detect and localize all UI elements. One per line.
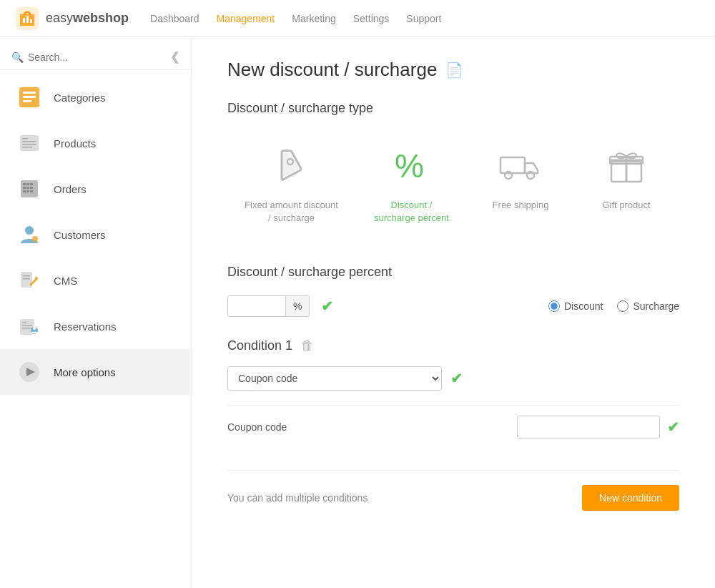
svg-point-24 (32, 236, 38, 242)
type-card-fixed[interactable]: Fixed amount discount / surcharge (227, 132, 355, 239)
svg-rect-14 (23, 183, 26, 185)
svg-point-29 (35, 277, 38, 280)
bottom-row: You can add multiple conditions New cond… (227, 470, 679, 511)
sidebar-item-more-options-label: More options (54, 366, 116, 378)
sidebar-item-reservations-label: Reservations (54, 320, 117, 333)
logo-text: easywebshop (46, 11, 129, 26)
condition-type-select[interactable]: Coupon code Minimum order amount Custome… (227, 366, 442, 391)
nav-dashboard[interactable]: Dashboard (150, 10, 199, 27)
sidebar-item-products-label: Products (54, 137, 96, 150)
radio-surcharge-input[interactable] (617, 300, 628, 312)
radio-surcharge-label: Surcharge (633, 300, 679, 312)
percent-label: Discount / surcharge percent (373, 199, 450, 225)
svg-point-23 (25, 226, 34, 235)
svg-rect-12 (22, 147, 32, 148)
svg-rect-18 (26, 187, 29, 189)
document-icon: 📄 (445, 62, 463, 79)
percent-input-wrapper: 20 % (227, 295, 310, 317)
search-icon: 🔍 (11, 52, 24, 63)
coupon-label: Coupon code (227, 421, 287, 433)
type-card-percent[interactable]: % Discount / surcharge percent (355, 132, 468, 239)
section2-title: Discount / surcharge percent (227, 265, 679, 280)
discount-type-section: Discount / surcharge type Fixed amount d… (227, 101, 679, 239)
radio-surcharge-option[interactable]: Surcharge (617, 300, 679, 312)
svg-rect-31 (22, 322, 26, 323)
sidebar-item-cms-label: CMS (54, 275, 77, 287)
percent-check-icon: ✔ (321, 298, 333, 315)
orders-icon (16, 176, 42, 202)
svg-point-35 (33, 327, 36, 330)
logo-icon (14, 6, 40, 31)
condition-section: Condition 1 🗑 Coupon code Minimum order … (227, 338, 679, 449)
logo: easywebshop (14, 6, 129, 31)
new-condition-button[interactable]: New condition (582, 485, 679, 511)
svg-rect-1 (23, 18, 25, 23)
radio-discount-input[interactable] (548, 300, 560, 312)
coupon-input-wrap: 20PROMO ✔ (517, 416, 679, 438)
svg-rect-33 (22, 328, 32, 329)
svg-rect-9 (22, 138, 28, 139)
svg-rect-15 (26, 183, 29, 185)
gift-icon (607, 146, 646, 190)
condition-dropdown-row: Coupon code Minimum order amount Custome… (227, 366, 679, 391)
svg-rect-32 (22, 325, 32, 326)
svg-rect-40 (500, 157, 525, 173)
nav-marketing[interactable]: Marketing (292, 10, 335, 27)
svg-rect-17 (23, 187, 26, 189)
svg-rect-22 (30, 190, 33, 192)
condition-title: Condition 1 (227, 338, 292, 353)
svg-rect-5 (23, 92, 36, 94)
categories-icon (16, 84, 42, 110)
percent-input[interactable]: 20 (228, 296, 285, 316)
percent-section: Discount / surcharge percent 20 % ✔ Disc… (227, 265, 679, 317)
nav-settings[interactable]: Settings (353, 10, 390, 27)
condition-title-row: Condition 1 🗑 (227, 338, 679, 353)
coupon-row: Coupon code 20PROMO ✔ (227, 405, 679, 449)
type-card-shipping[interactable]: Free shipping (468, 132, 573, 239)
coupon-check-icon: ✔ (667, 418, 679, 436)
shipping-icon (499, 146, 542, 190)
svg-rect-10 (22, 141, 36, 142)
more-options-icon (16, 359, 42, 385)
svg-rect-3 (30, 19, 32, 23)
nav-support[interactable]: Support (406, 10, 441, 27)
svg-rect-19 (30, 187, 33, 189)
nav-links: Dashboard Management Marketing Settings … (150, 10, 441, 27)
sidebar-item-orders[interactable]: Orders (0, 166, 191, 212)
sidebar-item-orders-label: Orders (54, 183, 87, 195)
coupon-code-input[interactable]: 20PROMO (517, 416, 660, 438)
top-navigation: easywebshop Dashboard Management Marketi… (0, 0, 715, 37)
radio-discount-option[interactable]: Discount (548, 300, 603, 312)
sidebar-item-products[interactable]: Products (0, 120, 191, 166)
cms-icon (16, 268, 42, 293)
add-conditions-text: You can add multiple conditions (227, 492, 368, 504)
products-icon (16, 130, 42, 156)
nav-management[interactable]: Management (217, 10, 275, 27)
sidebar-item-customers-label: Customers (54, 229, 106, 241)
discount-surcharge-radio-group: Discount Surcharge (548, 300, 679, 312)
svg-rect-26 (23, 275, 30, 277)
sidebar-item-categories-label: Categories (54, 92, 106, 104)
customers-icon (16, 222, 42, 248)
svg-rect-27 (23, 278, 30, 280)
sidebar-item-cms[interactable]: CMS (0, 258, 191, 303)
sidebar-item-reservations[interactable]: Reservations (0, 303, 191, 349)
search-bar: 🔍 ❮ (0, 44, 191, 70)
sidebar: 🔍 ❮ Categories (0, 37, 192, 588)
fixed-amount-label: Fixed amount discount / surcharge (245, 199, 338, 225)
svg-rect-8 (20, 135, 39, 151)
percent-row: 20 % ✔ Discount Surcharge (227, 295, 679, 317)
reservations-icon (16, 313, 42, 339)
sidebar-item-customers[interactable]: Customers (0, 212, 191, 258)
search-input[interactable] (28, 52, 142, 63)
sidebar-item-more-options[interactable]: More options (0, 349, 191, 395)
section1-title: Discount / surcharge type (227, 101, 679, 116)
main-layout: 🔍 ❮ Categories (0, 37, 715, 588)
sidebar-item-categories[interactable]: Categories (0, 74, 191, 120)
svg-rect-20 (23, 190, 26, 192)
delete-condition-icon[interactable]: 🗑 (301, 338, 314, 353)
collapse-sidebar-button[interactable]: ❮ (170, 50, 179, 64)
page-title-row: New discount / surcharge 📄 (227, 59, 679, 81)
type-card-gift[interactable]: Gift product (573, 132, 679, 239)
radio-discount-label: Discount (564, 300, 603, 312)
